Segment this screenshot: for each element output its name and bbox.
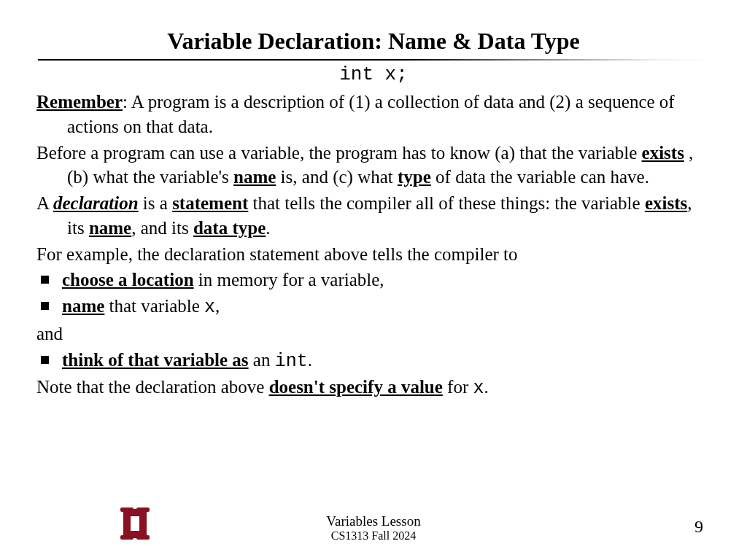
text: that variable: [104, 296, 204, 316]
keyword-no-value: doesn't specify a value: [269, 377, 443, 397]
paragraph-declaration: A declaration is a statement that tells …: [36, 191, 711, 241]
text: Note that the declaration above: [36, 377, 269, 397]
code-x: x: [204, 297, 215, 318]
keyword-statement: statement: [172, 193, 248, 213]
keyword-type: type: [398, 167, 431, 187]
text: .: [266, 218, 270, 238]
text: Before a program can use a variable, the…: [36, 143, 642, 163]
code-example: int x;: [36, 63, 711, 85]
keyword-think-of: think of that variable as: [62, 350, 249, 370]
keyword-exists: exists: [642, 143, 684, 163]
text: .: [484, 377, 489, 397]
keyword-name-2: name: [89, 218, 131, 238]
text: .: [308, 350, 312, 370]
bullet-icon: [41, 302, 49, 310]
text: is, and (c) what: [276, 167, 398, 187]
text: in memory for a variable,: [194, 270, 384, 289]
keyword-exists-2: exists: [645, 193, 687, 213]
text-and: and: [36, 322, 711, 346]
text: is a: [139, 193, 173, 213]
footer-course: CS1313 Fall 2024: [0, 529, 747, 542]
text: that tells the compiler all of these thi…: [248, 193, 645, 213]
bullet-think-as-int: think of that variable as an int.: [36, 348, 711, 374]
text: an: [249, 350, 275, 370]
keyword-name-3: name: [62, 296, 104, 316]
text: of data the variable can have.: [431, 167, 649, 187]
bullet-name-variable: name that variable x,: [36, 294, 711, 320]
slide-title: Variable Declaration: Name & Data Type: [36, 28, 711, 55]
text: ,: [215, 296, 220, 316]
text: for: [443, 377, 473, 397]
page-number: 9: [694, 517, 703, 537]
paragraph-remember: Remember: A program is a description of …: [36, 90, 711, 139]
slide-body: Remember: A program is a description of …: [36, 90, 711, 401]
paragraph-before: Before a program can use a variable, the…: [36, 141, 711, 190]
bullet-icon: [41, 276, 49, 284]
paragraph-note: Note that the declaration above doesn't …: [36, 375, 711, 401]
footer-center: Variables Lesson CS1313 Fall 2024: [0, 513, 747, 542]
bullet-choose-location: choose a location in memory for a variab…: [36, 268, 711, 292]
text: : A program is a description of (1) a co…: [67, 92, 675, 136]
footer-lesson-title: Variables Lesson: [0, 513, 747, 529]
slide-footer: Variables Lesson CS1313 Fall 2024 9: [0, 506, 747, 544]
keyword-remember: Remember: [36, 92, 123, 112]
paragraph-example: For example, the declaration statement a…: [36, 242, 711, 267]
keyword-declaration: declaration: [53, 193, 139, 213]
keyword-data-type: data type: [193, 218, 266, 238]
title-rule: [38, 59, 709, 61]
code-x-2: x: [473, 378, 484, 399]
text: A: [36, 193, 53, 213]
keyword-choose-location: choose a location: [62, 270, 194, 289]
svg-rect-4: [120, 508, 133, 512]
keyword-name: name: [233, 167, 276, 187]
text: , and its: [131, 218, 193, 238]
bullet-icon: [41, 356, 49, 364]
svg-rect-5: [136, 508, 150, 512]
code-int: int: [275, 351, 308, 372]
